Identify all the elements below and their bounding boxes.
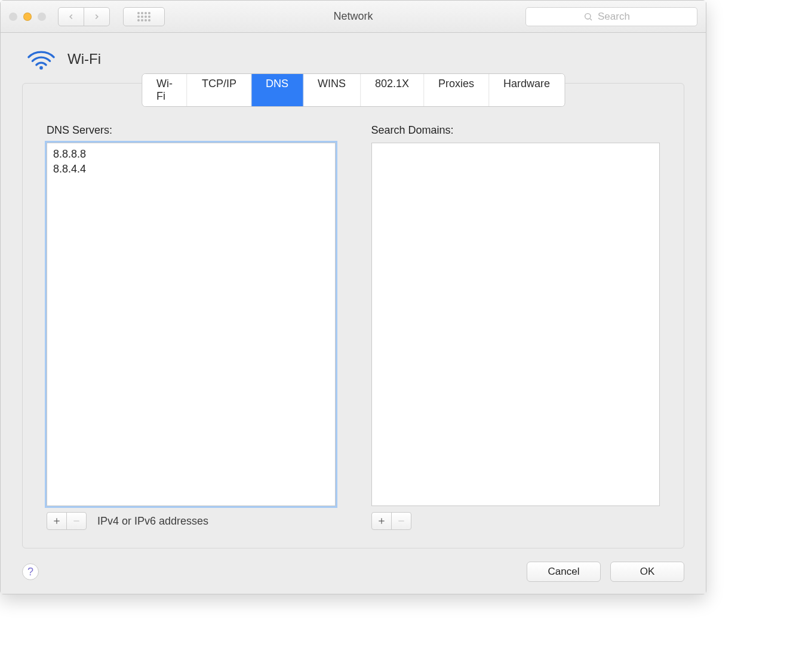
chevron-right-icon [93,13,101,21]
dns-servers-list[interactable]: 8.8.8.88.8.4.4 [47,143,336,506]
search-domains-column: Search Domains: [371,124,660,530]
search-field[interactable] [525,7,697,26]
settings-group: Wi-FiTCP/IPDNSWINS802.1XProxiesHardware … [22,83,684,548]
search-input[interactable] [598,11,640,23]
dns-servers-label: DNS Servers: [47,124,336,137]
footer: ? Cancel OK [22,562,684,582]
grid-icon [137,11,151,22]
svg-point-1 [141,12,143,14]
tab-wi-fi[interactable]: Wi-Fi [142,74,187,106]
search-domains-list[interactable] [371,143,660,506]
svg-point-8 [137,19,140,21]
domains-add-button[interactable] [371,512,392,530]
minus-icon [72,517,81,525]
show-all-button[interactable] [123,7,165,26]
search-domains-label: Search Domains: [371,124,660,137]
window-controls [9,13,46,21]
tab-tcp-ip[interactable]: TCP/IP [187,74,251,106]
svg-point-3 [148,12,150,14]
help-button[interactable]: ? [22,563,39,580]
forward-button[interactable] [84,7,110,26]
ok-button[interactable]: OK [610,562,684,582]
domains-remove-button[interactable] [391,512,411,530]
chevron-left-icon [67,13,75,21]
network-preferences-window: Network Wi-Fi Wi-FiTCP/IPDNSWINS802.1XPr… [0,0,706,594]
plus-icon [53,517,61,525]
dns-columns: DNS Servers: 8.8.8.88.8.4.4 IPv4 or IPv6… [47,124,660,530]
svg-point-9 [141,19,143,21]
footer-buttons: Cancel OK [527,562,684,582]
svg-point-6 [145,16,147,18]
tab-hardware[interactable]: Hardware [489,74,564,106]
back-button[interactable] [58,7,84,26]
plus-icon [377,517,386,525]
domains-plus-minus [371,512,411,530]
svg-line-13 [590,19,592,20]
dns-hint: IPv4 or IPv6 addresses [97,515,208,528]
svg-point-4 [137,16,140,18]
dns-add-button[interactable] [47,512,67,530]
dns-server-row[interactable]: 8.8.4.4 [52,162,330,177]
tab-proxies[interactable]: Proxies [424,74,489,106]
domains-under-row [371,512,660,530]
dns-servers-column: DNS Servers: 8.8.8.88.8.4.4 IPv4 or IPv6… [47,124,336,530]
dns-remove-button[interactable] [66,512,87,530]
titlebar: Network [1,1,706,33]
svg-point-12 [585,13,591,19]
tab-dns[interactable]: DNS [251,74,303,106]
svg-point-11 [148,19,150,21]
dns-server-row[interactable]: 8.8.8.8 [52,147,330,162]
svg-point-7 [148,16,150,18]
interface-name: Wi-Fi [67,51,101,67]
help-icon: ? [27,566,33,578]
svg-point-5 [141,16,143,18]
dns-under-row: IPv4 or IPv6 addresses [47,512,336,530]
search-icon [583,12,593,21]
svg-point-0 [137,12,140,14]
svg-point-10 [145,19,147,21]
tab-802-1x[interactable]: 802.1X [361,74,424,106]
tab-wins[interactable]: WINS [303,74,361,106]
minimize-window-button[interactable] [23,13,32,21]
svg-point-2 [145,12,147,14]
dns-plus-minus [47,512,87,530]
wifi-icon [26,47,57,71]
cancel-button[interactable]: Cancel [527,562,601,582]
minus-icon [397,517,405,525]
tab-bar: Wi-FiTCP/IPDNSWINS802.1XProxiesHardware [142,73,565,107]
nav-buttons [58,7,110,26]
zoom-window-button[interactable] [38,13,46,21]
interface-header: Wi-Fi [22,47,684,71]
close-window-button[interactable] [9,13,17,21]
sheet: Wi-Fi Wi-FiTCP/IPDNSWINS802.1XProxiesHar… [1,33,706,594]
svg-point-14 [39,66,43,70]
